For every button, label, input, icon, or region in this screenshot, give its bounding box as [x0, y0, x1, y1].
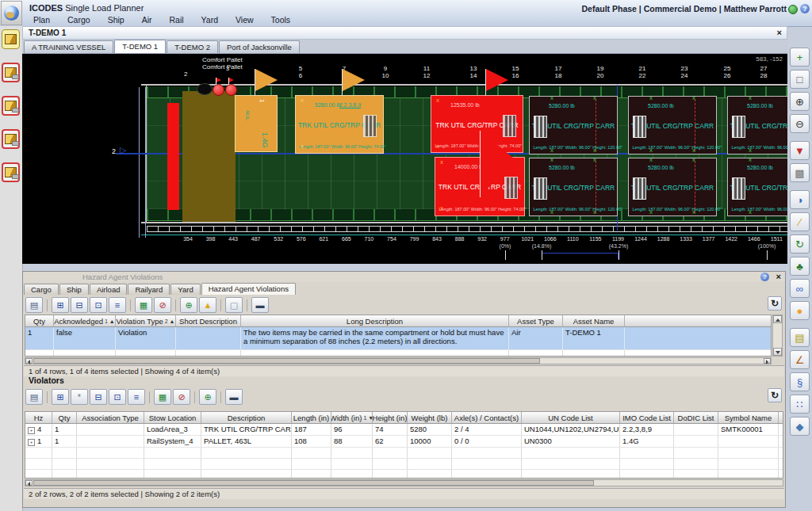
column-header[interactable]: Qty: [25, 315, 54, 326]
menu-item-plan[interactable]: Plan: [25, 14, 59, 25]
fit-view-icon[interactable]: □: [790, 70, 810, 89]
ellipse-tool-icon[interactable]: ●: [790, 301, 810, 320]
tree-expand-button[interactable]: ⊞: [52, 297, 69, 313]
tab-hazard-agent-violations[interactable]: Hazard Agent Violations: [201, 283, 296, 295]
help-icon[interactable]: ?: [760, 273, 769, 281]
draw-line-tool-icon[interactable]: ∕: [790, 212, 810, 231]
select-columns-button[interactable]: ≡: [128, 389, 145, 405]
cargo-box[interactable]: 5280.00 lbTRK UTIL CRG/TRP CARRLength: 1…: [628, 96, 717, 154]
load-plan-tool-icon[interactable]: [2, 29, 20, 49]
column-header[interactable]: DoDIC List: [674, 412, 718, 423]
select-columns-button[interactable]: ≡: [109, 297, 126, 313]
hazard-marker[interactable]: [213, 84, 224, 96]
report-button[interactable]: ▤: [25, 389, 43, 405]
tab-t-demo-1[interactable]: T-DEMO 1: [114, 40, 166, 53]
tree-collapse-button[interactable]: ⊟: [71, 297, 88, 313]
menu-item-yard[interactable]: Yard: [193, 14, 227, 25]
container-stack-tool-icon[interactable]: [2, 129, 20, 149]
tab-t-demo-2[interactable]: T-DEMO 2: [167, 40, 218, 53]
spring-tool-icon[interactable]: §: [790, 372, 810, 391]
column-header[interactable]: Qty: [52, 412, 77, 423]
document-button[interactable]: ▢: [225, 297, 243, 313]
disc-tool-icon[interactable]: ◑: [790, 190, 810, 209]
pan-tool-icon[interactable]: +: [790, 48, 810, 67]
dark-panel-button[interactable]: ▬: [225, 389, 243, 405]
menu-item-air[interactable]: Air: [133, 14, 161, 25]
cargo-ramp-tool-icon[interactable]: [2, 63, 20, 82]
menu-item-rail[interactable]: Rail: [160, 14, 192, 25]
column-header[interactable]: Stow Location: [144, 412, 201, 423]
column-header[interactable]: Association Type: [77, 412, 144, 423]
zoom-out-icon[interactable]: ⊖: [790, 114, 810, 133]
hazard-check-button[interactable]: ▲: [199, 297, 216, 313]
help-icon[interactable]: ?: [800, 4, 810, 13]
table-row[interactable]: 1falseViolationThe two items may be carr…: [25, 327, 771, 350]
column-header[interactable]: Hz: [25, 412, 52, 423]
validate-tool-icon[interactable]: ♣: [790, 257, 810, 276]
horizontal-scrollbar[interactable]: [25, 357, 772, 364]
measure-red-tool-icon[interactable]: ▼: [790, 141, 810, 160]
tab-cargo[interactable]: Cargo: [24, 284, 59, 295]
column-header[interactable]: Weight (lb): [408, 412, 452, 423]
table-row[interactable]: [25, 448, 783, 459]
scroll-left-icon[interactable]: [25, 358, 33, 364]
table-row[interactable]: +11RailSystem_4PALLET, 463L1088862100000…: [25, 436, 783, 448]
select-points-tool-icon[interactable]: ∷: [790, 395, 810, 414]
deck-view[interactable]: 583, -152 Comfort Pallet Comfort Pallet …: [22, 54, 787, 264]
pallet-463l[interactable]: 1463L1.4G: [235, 95, 278, 152]
table-row[interactable]: [25, 470, 783, 479]
link-tool-icon[interactable]: ∞: [790, 279, 810, 298]
scroll-thumb[interactable]: [33, 480, 594, 486]
tree-collapse-button[interactable]: ⊟: [90, 389, 107, 405]
tab-airload[interactable]: Airload: [90, 284, 128, 295]
column-header[interactable]: Description: [201, 412, 292, 423]
cargo-box[interactable]: 5280.00 lbTRK UTIL CRG/TRP CARRLength: 1…: [727, 158, 787, 216]
column-header[interactable]: Asset Type: [509, 315, 563, 326]
add-item-button[interactable]: ⊕: [199, 389, 216, 405]
gear-button[interactable]: *: [71, 389, 88, 405]
expand-icon[interactable]: +: [28, 439, 35, 446]
tab-port-of-jacksonville[interactable]: Port of Jacksonville: [219, 40, 300, 53]
table-row[interactable]: +41LoadArea_3TRK UTIL CRG/TRP CARR187967…: [25, 424, 783, 436]
show-all-button[interactable]: ▦: [135, 297, 152, 313]
refresh-button[interactable]: ↻: [768, 388, 782, 402]
column-header[interactable]: Acknowledged1 ▲: [54, 315, 116, 326]
table-row[interactable]: [25, 459, 783, 470]
expand-icon[interactable]: +: [28, 427, 35, 434]
scroll-left-icon[interactable]: [25, 480, 33, 486]
tab-ship[interactable]: Ship: [59, 284, 89, 295]
column-header[interactable]: IMO Code List: [620, 412, 674, 423]
forklift-tool-icon[interactable]: [2, 96, 20, 116]
ramp-red-bar[interactable]: [167, 103, 179, 210]
tab-yard[interactable]: Yard: [170, 284, 200, 295]
menu-item-cargo[interactable]: Cargo: [59, 14, 99, 25]
column-header[interactable]: Short Description: [176, 315, 241, 326]
menu-item-ship[interactable]: Ship: [99, 14, 133, 25]
cargo-box[interactable]: 5280.00 lbTRK UTIL CRG/TRP CARRLength: 1…: [727, 96, 787, 154]
close-icon[interactable]: ×: [777, 28, 782, 37]
column-header[interactable]: Height (in): [373, 412, 408, 423]
tree-expand-selected-button[interactable]: ⊡: [90, 297, 107, 313]
hide-excluded-button[interactable]: ⊘: [154, 297, 171, 313]
hazard-marker[interactable]: [225, 84, 237, 96]
cargo-box[interactable]: 5280.00 lb2,2,3,8,9TRK UTIL CRG/TRP CARR…: [295, 95, 384, 154]
close-icon[interactable]: ×: [776, 272, 781, 281]
zoom-in-icon[interactable]: ⊕: [790, 92, 810, 111]
vertical-scrollbar[interactable]: [772, 315, 783, 357]
dark-panel-button[interactable]: ▬: [251, 297, 269, 313]
notes-tool-icon[interactable]: ▤: [790, 328, 810, 347]
tree-expand-button[interactable]: ⊞: [52, 389, 69, 405]
tree-expand-selected-button[interactable]: ⊡: [109, 389, 126, 405]
rotate-tool-icon[interactable]: ↻: [790, 235, 810, 254]
scroll-up-icon[interactable]: [773, 315, 782, 323]
refresh-button[interactable]: ↻: [768, 296, 782, 311]
scroll-down-icon[interactable]: [773, 348, 782, 356]
column-header[interactable]: Symbol Name: [718, 412, 779, 423]
select-area-tool-icon[interactable]: ▩: [790, 163, 810, 182]
column-header[interactable]: Axle(s) / Contact(s): [452, 412, 522, 423]
cargo-box[interactable]: 5280.00 lbTRK UTIL CRG/TRP CARRLength: 1…: [529, 96, 618, 154]
add-item-button[interactable]: ⊕: [180, 297, 197, 313]
column-header[interactable]: UN Code List: [522, 412, 620, 423]
menu-item-view[interactable]: View: [227, 14, 262, 25]
column-header[interactable]: Violation Type2 ▲: [116, 315, 176, 326]
